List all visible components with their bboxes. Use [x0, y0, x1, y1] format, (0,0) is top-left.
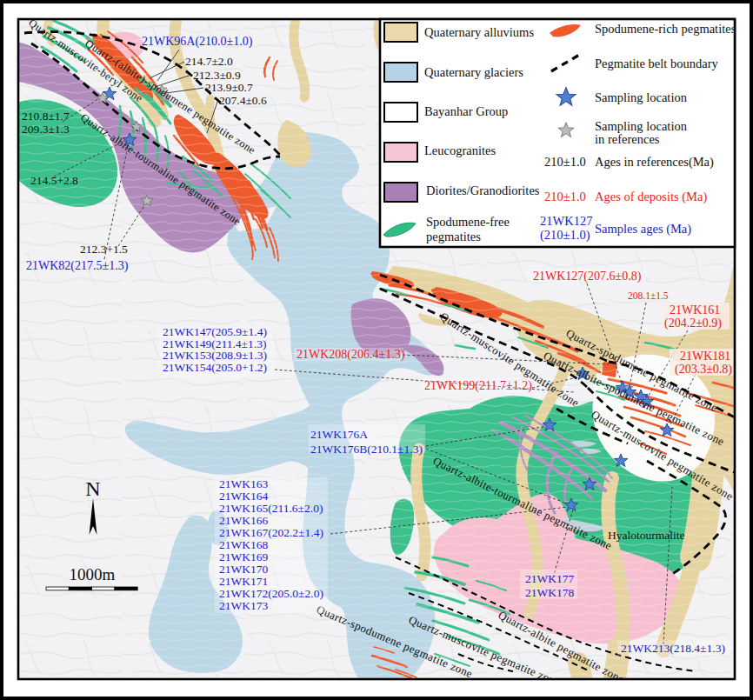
svg-text:21WK170: 21WK170: [219, 563, 268, 576]
svg-text:in references: in references: [595, 132, 660, 146]
svg-text:21WK171: 21WK171: [219, 575, 268, 588]
svg-text:21WK176A: 21WK176A: [310, 428, 368, 441]
svg-text:214.5+2.8: 214.5+2.8: [30, 174, 78, 187]
svg-text:Diorites/Granodiorites: Diorites/Granodiorites: [426, 183, 540, 197]
svg-text:210±1.0: 210±1.0: [544, 190, 586, 203]
svg-text:21WK164: 21WK164: [219, 490, 268, 503]
svg-text:21WK161: 21WK161: [670, 303, 720, 317]
svg-text:21WK165(211.6±2.0): 21WK165(211.6±2.0): [219, 502, 323, 515]
svg-text:21WK127(207.6±0.8): 21WK127(207.6±0.8): [533, 270, 642, 283]
svg-text:Samples ages (Ma): Samples ages (Ma): [595, 222, 691, 237]
svg-text:209.3±1.3: 209.3±1.3: [22, 123, 70, 136]
svg-text:Spodumene-rich pegmatites: Spodumene-rich pegmatites: [595, 22, 736, 36]
svg-text:212.3±0.9: 212.3±0.9: [193, 69, 241, 82]
svg-text:Ages in references(Ma): Ages in references(Ma): [595, 155, 714, 170]
svg-text:N: N: [85, 477, 100, 500]
svg-text:Pegmatite belt boundary: Pegmatite belt boundary: [595, 57, 718, 70]
svg-text:21WK163: 21WK163: [219, 477, 268, 490]
svg-text:Bayanhar Group: Bayanhar Group: [424, 104, 508, 118]
svg-text:214.7±2.0: 214.7±2.0: [185, 55, 233, 68]
svg-text:21WK82(217.5±1.3): 21WK82(217.5±1.3): [26, 259, 129, 273]
svg-text:pegmatites: pegmatites: [426, 230, 481, 243]
svg-text:21WK172(205.0±2.0): 21WK172(205.0±2.0): [219, 587, 323, 600]
svg-text:Leucogranites: Leucogranites: [424, 143, 496, 157]
svg-text:21WK167(202.2±1.4): 21WK167(202.2±1.4): [219, 526, 323, 539]
svg-text:207.4±0.6: 207.4±0.6: [219, 94, 267, 107]
svg-text:21WK176B(210.1±1.3): 21WK176B(210.1±1.3): [310, 443, 423, 456]
svg-text:Sampling location: Sampling location: [595, 90, 688, 104]
svg-text:1000m: 1000m: [70, 565, 116, 583]
svg-text:21WK199(211.7±1.2): 21WK199(211.7±1.2): [424, 379, 532, 393]
svg-text:210±1.0: 210±1.0: [544, 155, 586, 169]
svg-text:213.9±0.7: 213.9±0.7: [205, 81, 253, 94]
svg-text:21WK127: 21WK127: [540, 214, 592, 228]
svg-text:21WK178: 21WK178: [525, 586, 574, 599]
svg-text:21WK96A(210.0±1.0): 21WK96A(210.0±1.0): [142, 35, 253, 49]
svg-text:210.8±1.7: 210.8±1.7: [22, 110, 70, 123]
svg-text:21WK208(206.4±1.3): 21WK208(206.4±1.3): [297, 348, 405, 362]
svg-text:21WK153(208.9±1.3): 21WK153(208.9±1.3): [163, 349, 267, 362]
svg-text:21WK166: 21WK166: [219, 514, 268, 527]
svg-text:Hyalotourmalite: Hyalotourmalite: [608, 529, 684, 542]
svg-text:21WK181: 21WK181: [680, 350, 730, 363]
svg-text:21WK169: 21WK169: [219, 550, 268, 563]
svg-text:208.1±1.5: 208.1±1.5: [628, 290, 669, 301]
svg-text:21WK147(205.9±1.4): 21WK147(205.9±1.4): [163, 325, 267, 338]
svg-text:Spodumene-free: Spodumene-free: [426, 215, 510, 229]
svg-text:Quaternary alluviums: Quaternary alluviums: [424, 25, 534, 39]
svg-text:21WK168: 21WK168: [219, 538, 268, 551]
svg-text:21WK177: 21WK177: [525, 572, 574, 585]
svg-text:212.3+1.5: 212.3+1.5: [80, 243, 128, 256]
svg-text:21WK154(205.0+1.2): 21WK154(205.0+1.2): [163, 361, 267, 374]
svg-text:(203.3±0.8): (203.3±0.8): [675, 363, 732, 377]
svg-text:Quaternary glaciers: Quaternary glaciers: [424, 65, 523, 79]
svg-text:21WK213(218.4±1.3): 21WK213(218.4±1.3): [621, 642, 725, 655]
svg-text:Ages of deposits (Ma): Ages of deposits (Ma): [595, 190, 707, 204]
svg-text:(210±1.0): (210±1.0): [540, 228, 590, 243]
svg-text:(204.2±0.9): (204.2±0.9): [664, 317, 722, 330]
svg-text:21WK173: 21WK173: [219, 599, 268, 612]
svg-text:Sampling location: Sampling location: [595, 119, 688, 133]
